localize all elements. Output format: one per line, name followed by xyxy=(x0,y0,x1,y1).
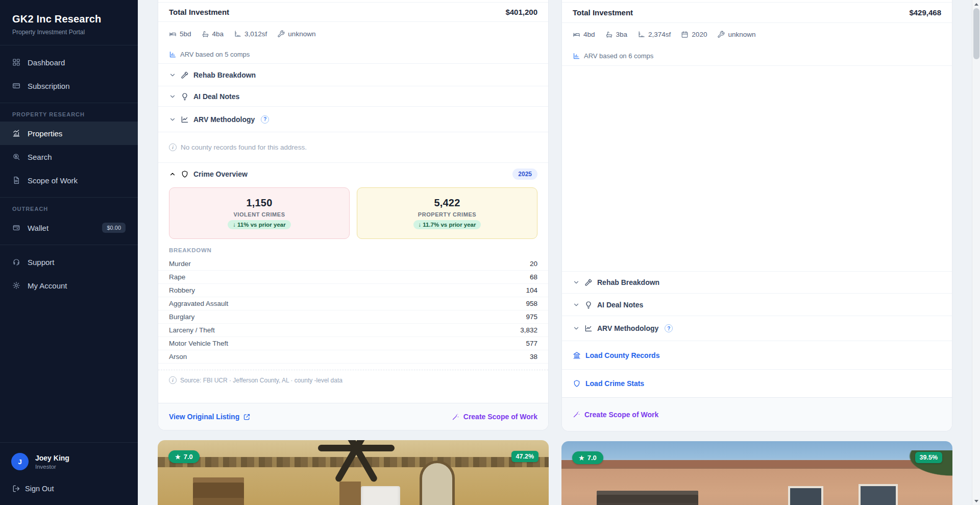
breakdown-heading: BREAKDOWN xyxy=(158,247,548,257)
down-arrow-icon: ↓ xyxy=(419,222,422,228)
total-investment-row: Total Investment $401,200 xyxy=(158,3,548,22)
scroll-down-button[interactable] xyxy=(972,497,980,505)
star-icon: ★ xyxy=(175,453,181,461)
spec-year-value: 2020 xyxy=(692,31,707,38)
sidebar-item-support[interactable]: Support xyxy=(0,250,138,274)
breakdown-value: 975 xyxy=(526,313,537,321)
breakdown-row: Motor Vehicle Theft 577 xyxy=(158,337,548,350)
card-footer: View Original Listing Create Scope of Wo… xyxy=(158,403,548,430)
sidebar-item-properties[interactable]: Properties xyxy=(0,122,138,145)
section-arv-methodology[interactable]: ARV Methodology ? xyxy=(158,107,548,132)
action-label: Load County Records xyxy=(585,351,659,359)
property-photo-exterior[interactable]: ★ 7.0 39.5% xyxy=(561,441,952,505)
link-label: View Original Listing xyxy=(169,413,239,421)
violent-crimes-value: 1,150 xyxy=(246,197,272,209)
section-rehab-breakdown[interactable]: Rehab Breakdown xyxy=(158,64,548,86)
load-crime-stats-button[interactable]: Load Crime Stats xyxy=(562,370,952,397)
sign-out-icon xyxy=(12,485,20,493)
sidebar-item-subscription[interactable]: Subscription xyxy=(0,74,138,98)
total-investment-row: Total Investment $429,468 xyxy=(562,3,952,23)
wallet-balance-badge: $0.00 xyxy=(102,223,126,233)
chevron-down-icon xyxy=(573,325,580,332)
breakdown-label: Aggravated Assault xyxy=(169,300,228,307)
violent-crimes-label: VIOLENT CRIMES xyxy=(233,211,285,218)
section-title: ARV Methodology xyxy=(597,324,658,332)
avatar: J xyxy=(11,453,29,470)
sidebar-item-label: Search xyxy=(28,153,52,161)
sidebar-nav-main: Dashboard Subscription xyxy=(0,45,138,103)
scroll-up-button[interactable] xyxy=(972,0,980,8)
create-scope-of-work-link[interactable]: Create Scope of Work xyxy=(573,411,658,419)
property-card-2: Total Investment $429,468 4bd 3ba xyxy=(561,0,952,431)
arv-chart-icon xyxy=(169,51,177,58)
hammer-icon xyxy=(584,278,593,286)
mirror xyxy=(420,461,455,505)
grid-icon xyxy=(12,58,20,66)
county-note-text: No county records found for this address… xyxy=(181,143,307,151)
document-pdf-icon xyxy=(12,176,20,184)
spec-year-built: 2020 xyxy=(681,31,707,38)
section-arv-methodology[interactable]: ARV Methodology ? xyxy=(562,316,952,341)
help-icon[interactable]: ? xyxy=(261,115,269,124)
sidebar-item-wallet[interactable]: Wallet $0.00 xyxy=(0,216,138,239)
property-crimes-card: 5,422 PROPERTY CRIMES ↓ 11.7% vs prior y… xyxy=(357,187,537,239)
section-ai-deal-notes[interactable]: AI Deal Notes xyxy=(562,294,952,316)
breakdown-value: 577 xyxy=(526,340,537,347)
sidebar-spacer xyxy=(0,302,138,442)
arv-note-row: ARV based on 6 comps xyxy=(562,46,952,66)
property-column-2: Total Investment $429,468 4bd 3ba xyxy=(561,0,952,505)
user-role: Investor xyxy=(35,464,69,470)
sidebar-item-label: Wallet xyxy=(28,224,48,232)
sidebar-item-label: Subscription xyxy=(28,82,70,90)
chevron-down-icon xyxy=(169,93,176,100)
breakdown-value: 3,832 xyxy=(520,326,537,334)
rating-badge: ★ 7.0 xyxy=(168,450,200,463)
vertical-scrollbar[interactable] xyxy=(972,0,980,505)
spec-beds-value: 4bd xyxy=(583,31,595,38)
chevron-down-icon xyxy=(169,116,176,123)
section-crime-overview[interactable]: Crime Overview 2025 xyxy=(158,163,548,185)
county-records-note: i No county records found for this addre… xyxy=(158,132,548,163)
property-crimes-value: 5,422 xyxy=(434,197,460,209)
spec-condition: unknown xyxy=(717,31,755,38)
crime-source-note: i Source: FBI UCR · Jefferson County, AL… xyxy=(158,370,548,384)
sign-out-label: Sign Out xyxy=(25,485,54,493)
bed-icon xyxy=(573,31,580,38)
violent-crimes-change: ↓ 11% vs prior year xyxy=(228,220,290,229)
load-county-records-button[interactable]: Load County Records xyxy=(562,341,952,370)
breakdown-row: Aggravated Assault 958 xyxy=(158,297,548,310)
section-rehab-breakdown[interactable]: Rehab Breakdown xyxy=(562,272,952,294)
spec-condition-value: unknown xyxy=(728,31,755,38)
view-original-listing-link[interactable]: View Original Listing xyxy=(169,413,251,421)
breakdown-value: 68 xyxy=(530,273,537,281)
wallet-icon xyxy=(12,224,20,232)
trend-chart-icon xyxy=(584,324,593,332)
user-row: J Joey King Investor xyxy=(11,453,127,470)
spec-beds: 5bd xyxy=(169,30,191,38)
section-ai-deal-notes[interactable]: AI Deal Notes xyxy=(158,86,548,107)
sidebar-item-dashboard[interactable]: Dashboard xyxy=(0,51,138,74)
property-specs: 4bd 3ba 2,374sf 2020 xyxy=(562,23,952,46)
arv-note-row: ARV based on 5 comps xyxy=(158,45,548,64)
headset-icon xyxy=(12,258,20,266)
spec-condition-value: unknown xyxy=(288,30,315,38)
breakdown-row: Rape 68 xyxy=(158,271,548,284)
bank-icon xyxy=(573,351,581,359)
calendar-icon xyxy=(681,31,689,38)
help-icon[interactable]: ? xyxy=(665,324,673,332)
user-name: Joey King xyxy=(35,454,69,462)
sidebar-item-search[interactable]: Search xyxy=(0,145,138,169)
door xyxy=(339,482,361,505)
arv-note-text: ARV based on 6 comps xyxy=(584,52,653,60)
property-photo-interior[interactable]: ★ 7.0 47.2% xyxy=(158,440,549,505)
breakdown-value: 958 xyxy=(526,300,537,307)
breakdown-row: Burglary 975 xyxy=(158,310,548,324)
scrollbar-thumb[interactable] xyxy=(973,8,979,59)
sidebar-nav-footer: Support My Account xyxy=(0,245,138,302)
spec-baths: 3ba xyxy=(605,31,628,38)
sidebar-item-my-account[interactable]: My Account xyxy=(0,274,138,297)
create-scope-of-work-link[interactable]: Create Scope of Work xyxy=(452,413,537,421)
info-icon: i xyxy=(169,143,177,151)
sidebar-item-scope-of-work[interactable]: Scope of Work xyxy=(0,169,138,192)
sign-out-button[interactable]: Sign Out xyxy=(0,475,138,505)
